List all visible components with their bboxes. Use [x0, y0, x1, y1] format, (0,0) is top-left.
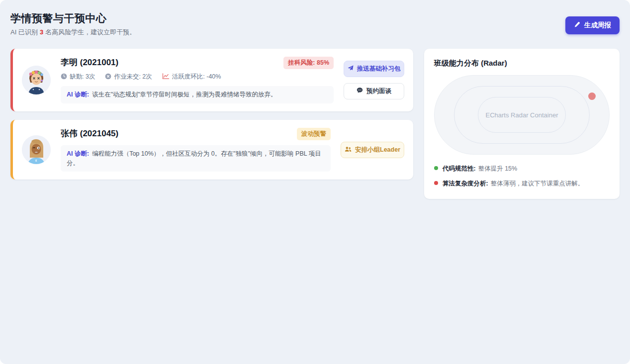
green-dot-icon: [434, 166, 438, 170]
high-risk-count: 3: [40, 28, 43, 36]
ai-diagnosis: AI 诊断:该生在"动态规划"章节停留时间极短，推测为畏难情绪导致的放弃。: [61, 86, 334, 103]
insight-content: 算法复杂度分析:整体薄弱，建议下节课重点讲解。: [443, 180, 584, 188]
page-header: 学情预警与干预中心 AI 已识别3名高风险学生，建议立即干预。 生成周报: [10, 10, 620, 37]
class-ability-panel: 班级能力分布 (Radar) ECharts Radar Container 代…: [424, 49, 620, 199]
radar-placeholder-text: ECharts Radar Container: [434, 75, 610, 155]
ai-diagnosis-label: AI 诊断:: [67, 91, 89, 98]
clock-icon: [61, 73, 67, 81]
warning-center-page: 学情预警与干预中心 AI 已识别3名高风险学生，建议立即干预。 生成周报: [0, 0, 630, 364]
student-name: 李明 (2021001): [61, 57, 118, 68]
card-actions: 安排小组Leader: [341, 142, 404, 158]
radar-data-point-dot: [588, 92, 596, 100]
avatar-liming: [22, 66, 51, 94]
stat-missing-homework: 作业未交: 2次: [105, 73, 152, 81]
users-icon: [345, 146, 352, 154]
card-actions: 推送基础补习包 预约面谈: [344, 61, 404, 99]
radar-chart-container: ECharts Radar Container: [434, 75, 610, 155]
ai-diagnosis: AI 诊断:编程能力强（Top 10%），但社区互动分为 0。存在"独狼"倾向，…: [61, 145, 331, 172]
ai-diagnosis-text: 该生在"动态规划"章节停留时间极短，推测为畏难情绪导致的放弃。: [92, 91, 276, 98]
name-row: 李明 (2021001) 挂科风险: 85%: [61, 57, 334, 69]
student-card-body: 张伟 (2021045) 波动预警 AI 诊断:编程能力强（Top 10%），但…: [61, 128, 331, 172]
header-text-block: 学情预警与干预中心 AI 已识别3名高风险学生，建议立即干预。: [10, 10, 136, 37]
page-title: 学情预警与干预中心: [10, 11, 136, 25]
subtitle-prefix: AI 已识别: [10, 28, 38, 36]
x-circle-icon: [105, 73, 111, 81]
radar-column: 班级能力分布 (Radar) ECharts Radar Container 代…: [424, 49, 620, 199]
page-subtitle: AI 已识别3名高风险学生，建议立即干预。: [10, 28, 136, 37]
student-name: 张伟 (2021045): [61, 128, 118, 139]
fluctuation-badge: 波动预警: [297, 128, 331, 140]
subtitle-suffix: 名高风险学生，建议立即干预。: [45, 28, 136, 36]
ai-diagnosis-label: AI 诊断:: [67, 150, 89, 157]
ai-diagnosis-text: 编程能力强（Top 10%），但社区互动分为 0。存在"独狼"倾向，可能影响 P…: [67, 150, 321, 167]
stats-row: 缺勤: 3次 作业未交: 2次 活跃度环比: -40: [61, 73, 334, 81]
student-card-liming: 李明 (2021001) 挂科风险: 85% 缺勤: 3次: [10, 49, 413, 111]
chat-bubble-icon: [357, 87, 363, 95]
insight-list: 代码规范性:整体提升 15% 算法复杂度分析:整体薄弱，建议下节课重点讲解。: [434, 165, 610, 188]
insight-algorithm-complexity: 算法复杂度分析:整体薄弱，建议下节课重点讲解。: [434, 180, 610, 188]
generate-weekly-report-button[interactable]: 生成周报: [565, 16, 620, 34]
risk-badge: 挂科风险: 85%: [283, 57, 334, 69]
student-card-list: 李明 (2021001) 挂科风险: 85% 缺勤: 3次: [10, 49, 413, 180]
push-remedial-pack-button[interactable]: 推送基础补习包: [344, 61, 404, 77]
panel-title: 班级能力分布 (Radar): [434, 59, 610, 68]
insight-code-style: 代码规范性:整体提升 15%: [434, 165, 610, 173]
name-row: 张伟 (2021045) 波动预警: [61, 128, 331, 140]
main-content: 李明 (2021001) 挂科风险: 85% 缺勤: 3次: [10, 49, 620, 199]
student-card-zhangwei: 张伟 (2021045) 波动预警 AI 诊断:编程能力强（Top 10%），但…: [10, 120, 413, 180]
schedule-interview-button[interactable]: 预约面谈: [344, 83, 404, 99]
stat-absence: 缺勤: 3次: [61, 73, 95, 81]
trend-line-icon: [162, 73, 170, 81]
assign-group-leader-button[interactable]: 安排小组Leader: [341, 142, 404, 158]
pencil-icon: [574, 21, 580, 29]
generate-report-label: 生成周报: [584, 21, 611, 30]
stat-activity-trend: 活跃度环比: -40%: [162, 73, 221, 81]
red-dot-icon: [434, 181, 438, 185]
paper-plane-icon: [348, 65, 354, 73]
student-card-body: 李明 (2021001) 挂科风险: 85% 缺勤: 3次: [61, 57, 334, 103]
avatar-zhangwei: [22, 135, 51, 164]
insight-content: 代码规范性:整体提升 15%: [443, 165, 517, 173]
